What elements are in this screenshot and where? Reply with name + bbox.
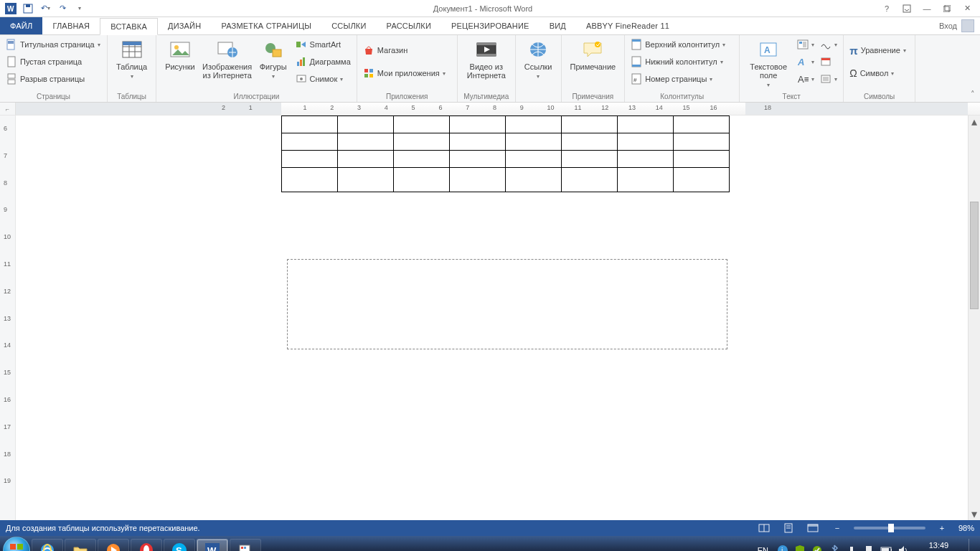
collapse-ribbon-icon[interactable]: ˄ [966,35,980,102]
tab-page-layout[interactable]: РАЗМЕТКА СТРАНИЦЫ [211,17,321,34]
svg-text:A: A [764,45,771,55]
qat-redo-icon[interactable]: ↷ [56,2,69,15]
page-number-button[interactable]: # Номер страницы ▾ [629,71,727,87]
table-draw-preview[interactable] [287,259,727,349]
smartart-label: SmartArt [310,40,341,49]
wordart-button[interactable]: A▾ [796,54,816,70]
comment-button[interactable]: Примечание [566,37,621,71]
my-apps-button[interactable]: Мои приложения ▾ [362,65,447,81]
object-button[interactable]: ▾ [819,71,839,87]
smartart-button[interactable]: SmartArt [294,37,352,52]
help-icon[interactable]: ? [880,2,894,15]
header-button[interactable]: Верхний колонтитул ▾ [629,37,727,52]
zoom-in-icon[interactable]: + [934,522,950,534]
scroll-thumb[interactable] [970,202,979,309]
blank-page-button[interactable]: Пустая страница [4,54,102,70]
tray-battery-icon[interactable] [880,545,892,551]
tray-shield-icon[interactable] [794,545,806,551]
tray-volume-icon[interactable] [897,545,909,551]
taskbar-word[interactable]: W [197,539,228,551]
language-indicator[interactable]: EN [755,546,771,551]
maximize-icon[interactable] [940,2,954,15]
svg-rect-32 [364,74,368,77]
links-button[interactable]: Ссылки ▾ [520,37,557,81]
qat-save-icon[interactable] [22,2,34,15]
online-video-button[interactable]: Видео из Интернета [462,37,511,80]
taskbar-media-player[interactable] [98,539,129,551]
tab-design[interactable]: ДИЗАЙН [158,17,211,34]
minimize-icon[interactable]: — [920,2,934,15]
chart-button[interactable]: Диаграмма [294,54,352,70]
comment-icon [581,38,604,61]
view-print-layout-icon[interactable] [781,522,796,534]
equation-label: Уравнение [861,46,900,55]
qat-undo-icon[interactable]: ↶▾ [39,2,52,15]
vertical-scrollbar[interactable]: ▴ ▾ [968,116,980,520]
table-icon [121,38,143,61]
account-sign-in[interactable]: Вход [933,17,980,34]
ruler-corner-icon[interactable]: ⌐ [0,103,16,115]
svg-point-38 [595,42,600,47]
symbol-label: Символ [860,69,889,77]
tab-insert[interactable]: ВСТАВКА [100,18,158,35]
ribbon-display-options-icon[interactable] [900,2,914,15]
ribbon-tabs: ФАЙЛ ГЛАВНАЯ ВСТАВКА ДИЗАЙН РАЗМЕТКА СТР… [0,17,980,35]
equation-button[interactable]: π Уравнение ▾ [848,42,908,58]
tray-action-center-icon[interactable] [863,545,875,551]
tab-mailings[interactable]: РАССЫЛКИ [377,17,441,34]
quick-parts-button[interactable]: ▾ [796,37,816,52]
online-pictures-button[interactable]: Изображения из Интернета [199,37,255,80]
vertical-ruler[interactable]: 678910111213141516171819 [0,116,16,520]
taskbar-skype[interactable]: S [164,539,195,551]
store-button[interactable]: Магазин [362,42,447,58]
tray-clock[interactable]: 13:49 17.05.2014 [915,541,963,551]
tab-home[interactable]: ГЛАВНАЯ [42,17,100,34]
taskbar-explorer[interactable] [65,539,96,551]
shapes-label: Фигуры [260,62,287,71]
table-button[interactable]: Таблица ▾ [112,37,151,81]
date-time-button[interactable] [819,54,839,70]
tab-abbyy[interactable]: ABBYY FineReader 11 [576,17,679,34]
taskbar-ie[interactable] [32,539,63,551]
page-break-button[interactable]: Разрыв страницы [4,71,102,87]
textbox-button[interactable]: A Текстовое поле ▾ [744,37,793,90]
svg-rect-30 [364,69,368,72]
tab-file[interactable]: ФАЙЛ [0,17,42,34]
taskbar-paint[interactable] [230,539,261,551]
show-desktop-button[interactable] [969,539,974,551]
drop-cap-button[interactable]: A≡▾ [796,71,816,87]
group-apps-title: Приложения [357,93,457,102]
symbol-button[interactable]: Ω Символ ▾ [848,65,908,81]
close-icon[interactable]: ✕ [960,2,974,15]
horizontal-ruler[interactable]: ⌐ 211234567891011121314151618 [0,103,980,116]
footer-button[interactable]: Нижний колонтитул ▾ [629,54,727,70]
tray-network-icon[interactable] [846,545,857,551]
shapes-button[interactable]: Фигуры ▾ [255,37,291,81]
tab-references[interactable]: ССЫЛКИ [321,17,376,34]
screenshot-button[interactable]: Снимок ▾ [294,71,352,87]
word-app-icon[interactable]: W [4,2,17,15]
tab-review[interactable]: РЕЦЕНЗИРОВАНИЕ [441,17,540,34]
tray-bluetooth-icon[interactable] [829,545,840,551]
svg-rect-17 [123,42,141,45]
tray-info-icon[interactable]: i [777,545,788,551]
taskbar-opera[interactable] [131,539,162,551]
scroll-up-icon[interactable]: ▴ [969,116,980,128]
scroll-down-icon[interactable]: ▾ [969,508,980,520]
view-web-layout-icon[interactable] [805,522,821,534]
zoom-slider[interactable] [854,527,925,529]
document-table[interactable] [281,116,730,192]
qat-customize-icon[interactable]: ▾ [73,2,86,15]
zoom-out-icon[interactable]: − [829,522,845,534]
zoom-value[interactable]: 98% [958,524,974,532]
group-links: Ссылки ▾ [516,35,562,102]
svg-rect-27 [303,57,305,66]
view-read-mode-icon[interactable] [756,522,772,534]
start-button[interactable] [3,537,30,551]
tray-check-icon[interactable] [811,545,823,551]
document-canvas[interactable] [16,116,968,520]
pictures-button[interactable]: Рисунки [161,37,199,71]
tab-view[interactable]: ВИД [540,17,576,34]
signature-line-button[interactable]: ▾ [819,37,839,52]
cover-page-button[interactable]: Титульная страница ▾ [4,37,102,52]
